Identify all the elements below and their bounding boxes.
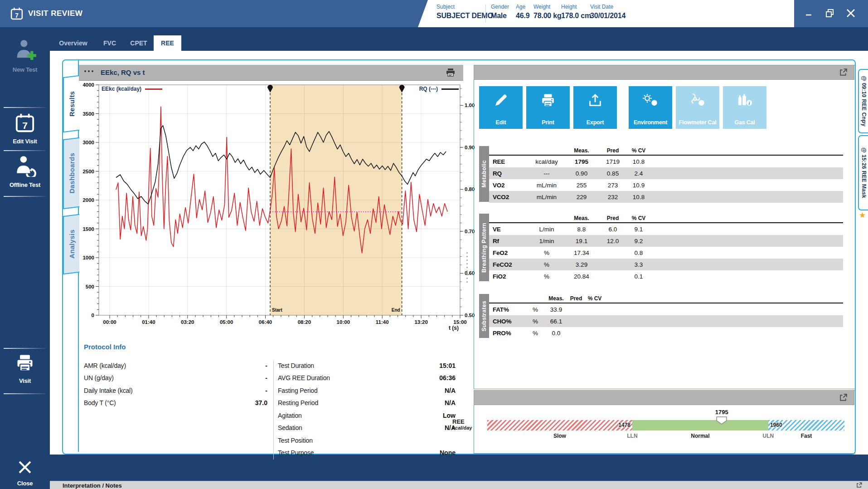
tab-overview[interactable]: Overview [52, 35, 95, 51]
gauge-lln-value: 1478 [618, 422, 630, 428]
close-window-button[interactable] [843, 6, 858, 20]
edit-button[interactable]: Edit [479, 86, 523, 129]
side-tab-analysis[interactable]: Analysis [63, 214, 79, 274]
tab-fvc[interactable]: FVC [98, 35, 121, 51]
panel-splitter-handle[interactable] [466, 252, 468, 283]
flowmeter-cal-button[interactable]: iFlowmeter Cal [676, 86, 719, 129]
gauge-uln-value: 1960 [770, 422, 782, 428]
sidebar-item-visit-print[interactable]: Visit [0, 353, 50, 384]
button-label: Gas Cal [734, 119, 755, 126]
flowmeter-icon: i [676, 93, 719, 108]
column-header: Pred [599, 147, 627, 154]
printer-icon [526, 93, 570, 108]
field-label: Subject [436, 4, 493, 10]
protocol-row: Test Duration15:01 [278, 359, 456, 372]
sidebar-item-close[interactable]: Close [0, 459, 50, 487]
table-row: Rf1/min19.112.09.2 [489, 235, 843, 247]
column-header: % CV [585, 295, 604, 302]
table-cell: 20.84 [564, 273, 599, 280]
protocol-value: 06:36 [439, 374, 456, 381]
interpretation-notes-bar[interactable]: Interpretation / Notes [50, 481, 868, 489]
table-cell: % [525, 306, 545, 313]
sidebar-item-edit-visit[interactable]: 7 Edit Visit [0, 112, 50, 145]
subject-field-height: Height178.0 cm [561, 4, 591, 20]
table-cell: CHO% [489, 318, 525, 325]
protocol-label: Sedation [278, 424, 302, 431]
table-header-row: Meas.Pred% CV [489, 146, 843, 156]
column-header: Pred [599, 215, 627, 221]
x-tick-label: 08:20 [298, 319, 311, 325]
notes-label: Interpretation / Notes [63, 482, 122, 489]
protocol-label: Test Purpose [278, 449, 314, 456]
table-cell: --- [529, 170, 564, 177]
table-cell: 3.3 [627, 261, 650, 268]
protocol-row: Daily Intake (kcal)- [84, 384, 267, 397]
page-title: VISIT REVIEW [28, 9, 82, 18]
field-label: Weight [533, 4, 562, 10]
minimize-button[interactable] [801, 6, 817, 20]
divider [4, 107, 46, 108]
ree-trend-chart[interactable]: 050010001500200025003000350040001.000.90… [99, 85, 460, 315]
environment-button[interactable]: iEnvironment [629, 86, 672, 129]
protocol-label: AVG REE Duration [278, 374, 330, 381]
column-header: Meas. [545, 295, 567, 302]
table-cell: % [529, 261, 564, 268]
table-cell: % [525, 330, 545, 337]
test-marker-tab-2[interactable]: @ 15:26 REE Mask [858, 135, 868, 210]
table-cell: 255 [564, 182, 599, 189]
button-label: Export [587, 119, 604, 126]
protocol-value: 37.0 [255, 399, 267, 406]
tab-cpet[interactable]: CPET [125, 35, 152, 51]
table-cell: kcal/day [529, 158, 564, 165]
svg-text:i: i [748, 101, 750, 106]
sidebar-item-offline-test[interactable]: Offline Test [0, 154, 50, 188]
field-value: 178.0 cm [561, 12, 591, 20]
expand-icon[interactable] [839, 393, 848, 404]
table-cell: 0.8 [627, 249, 650, 256]
printer-icon[interactable] [445, 67, 456, 80]
table-cell: RQ [489, 170, 529, 177]
button-label: Edit [496, 119, 506, 126]
gas-cal-button[interactable]: iGas Cal [723, 86, 766, 129]
chart-menu-icon[interactable] [84, 70, 93, 72]
protocol-label: Body T (°C) [84, 399, 116, 406]
sidebar-item-new-test[interactable]: New Test [0, 38, 50, 73]
table-cell: FeO2 [489, 249, 529, 256]
divider [4, 196, 46, 197]
divider [4, 348, 46, 349]
divider [273, 361, 274, 460]
table-cell: FeCO2 [489, 261, 529, 268]
start-marker-label: Start [272, 308, 282, 313]
divider [4, 393, 46, 394]
table-row: VEL/min8.86.09.1 [489, 223, 843, 235]
table-cell: 10.8 [627, 194, 650, 200]
close-icon [17, 469, 33, 477]
side-tab-dashboards[interactable]: Dashboards [63, 137, 79, 209]
svg-text:7: 7 [22, 120, 28, 131]
expand-icon[interactable] [856, 482, 863, 489]
svg-text:i: i [701, 101, 702, 106]
field-value: 30/01/2014 [590, 12, 626, 20]
button-label: Environment [634, 119, 667, 126]
y-left-tick-label: 3500 [82, 111, 94, 117]
protocol-row: Resting PeriodN/A [278, 397, 456, 410]
table-row: VO2mL/min25527310.9 [489, 179, 843, 191]
restore-button[interactable] [822, 6, 838, 20]
test-marker-tab-1[interactable]: @ 09:10 REE Cnpy [858, 69, 868, 133]
print-button[interactable]: Print [526, 86, 570, 129]
table-cell: L/min [529, 226, 564, 233]
expand-icon[interactable] [839, 68, 848, 79]
side-tab-results[interactable]: Results [63, 75, 79, 132]
gauge-segment-slow [487, 420, 632, 430]
table-row: FAT%%33.9 [489, 303, 843, 315]
x-tick-label: 05:00 [220, 319, 233, 325]
protocol-value: N/A [445, 399, 456, 406]
tab-ree[interactable]: REE [154, 35, 181, 51]
table-cell: FiO2 [489, 273, 529, 280]
star-icon: ★ [859, 210, 866, 220]
legend-rq: RQ (---) [399, 86, 459, 92]
protocol-row: UN (g/day)- [84, 372, 267, 385]
export-button[interactable]: Export [573, 86, 617, 129]
gauge-value: 1795 [715, 409, 728, 416]
table-row: PRO%%0.0 [489, 327, 843, 339]
